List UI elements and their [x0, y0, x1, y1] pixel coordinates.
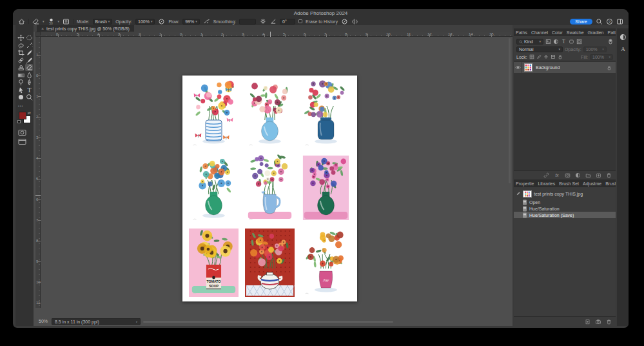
status-chevron-icon[interactable]: › [136, 320, 137, 324]
airbrush-icon[interactable] [203, 18, 210, 25]
symmetry-icon[interactable] [351, 18, 358, 25]
new-snapshot-camera-icon[interactable] [595, 319, 601, 325]
lock-artboard-icon[interactable] [551, 54, 556, 59]
collapsed-adjustments-panel-icon[interactable] [618, 32, 627, 41]
link-layers-icon[interactable] [543, 172, 549, 178]
crop-tool[interactable] [17, 49, 24, 56]
lock-image-pixels-icon[interactable] [536, 54, 542, 59]
panel-tab-libraries[interactable]: Libraries [536, 179, 557, 187]
layers-opacity-select[interactable]: 100%▾ [583, 46, 607, 52]
new-document-from-state-icon[interactable] [585, 319, 590, 325]
document-tab[interactable]: × test prints copy THIS.jpg @ 50% (RGB/8… [37, 25, 134, 32]
panel-tab-brushes[interactable]: Brushes [603, 179, 616, 187]
brush-size-preview[interactable]: 50 [48, 18, 55, 25]
elliptical-marquee-tool[interactable] [25, 34, 33, 41]
document-info-field[interactable]: 8.5 in x 11 in (300 ppi) › [52, 318, 141, 325]
workspace-switcher-icon[interactable] [616, 18, 623, 25]
dodge-tool[interactable] [17, 79, 24, 86]
panel-tab-brush-set[interactable]: Brush Set [557, 179, 581, 187]
pressure-opacity-icon[interactable] [158, 18, 165, 25]
toggle-brush-panel-icon[interactable] [63, 18, 70, 25]
shape-tool[interactable] [17, 94, 24, 101]
spot-healing-tool[interactable] [17, 57, 24, 64]
panel-tab-color[interactable]: Color [550, 28, 565, 36]
add-layer-mask-icon[interactable] [565, 172, 571, 178]
panel-tab-paths[interactable]: Paths [514, 28, 529, 36]
default-colors-mini-icon[interactable] [17, 120, 21, 123]
filter-adjustment-layers-icon[interactable] [553, 39, 559, 45]
zoom-tool[interactable] [25, 94, 33, 101]
flow-select[interactable]: 99%▾ [182, 19, 200, 25]
screen-mode-icon[interactable] [18, 136, 26, 148]
tab-close-icon[interactable]: × [41, 26, 44, 31]
edit-toolbar-dots[interactable]: ••• [18, 104, 23, 108]
filter-smart-objects-icon[interactable] [576, 39, 582, 45]
clone-stamp-tool[interactable] [17, 64, 24, 71]
layer-thumbnail[interactable] [524, 63, 532, 72]
home-icon[interactable] [18, 18, 25, 25]
zoom-level[interactable]: 50% [39, 319, 48, 323]
foreground-color-swatch[interactable] [19, 112, 26, 119]
status-bar: 50% 8.5 in x 11 in (300 ppi) › [34, 317, 512, 326]
layer-visibility-eye-icon[interactable] [514, 65, 522, 70]
filter-toggle-switch[interactable] [608, 39, 613, 45]
adjustment-layer-icon[interactable] [575, 172, 581, 178]
new-layer-icon[interactable] [596, 172, 601, 178]
brush-angle-field[interactable]: 0° [280, 19, 295, 25]
smoothing-gear-icon[interactable] [259, 18, 266, 25]
share-button[interactable]: Share [570, 19, 592, 25]
history-item-open[interactable]: Open [514, 199, 616, 205]
vertical-ruler[interactable]: 101234567891011 [35, 37, 41, 308]
panel-tab-adjustme[interactable]: Adjustme [581, 179, 603, 187]
filter-type-layers-icon[interactable]: T [561, 39, 567, 45]
history-snapshot-row[interactable]: test prints copy THIS.jpg [514, 189, 616, 198]
blend-mode-select[interactable]: Normal▾ [516, 46, 563, 52]
move-tool[interactable] [17, 34, 24, 41]
history-item-hue-saturation-save-[interactable]: Hue/Saturation (Save) [514, 212, 616, 218]
panel-tab-swatche[interactable]: Swatche [565, 28, 586, 36]
layer-effects-icon[interactable]: fx [554, 172, 560, 178]
eraser-tool[interactable] [25, 64, 33, 71]
search-icon[interactable] [596, 18, 603, 25]
lock-position-icon[interactable] [543, 54, 549, 59]
panel-tab-gradien[interactable]: Gradien [586, 28, 606, 36]
history-brush-source-icon[interactable] [516, 191, 521, 196]
kind-filter-select[interactable]: Kind▾ [516, 39, 543, 45]
vertical-scrollbar[interactable] [509, 38, 511, 183]
type-tool[interactable]: T [25, 86, 33, 94]
horizontal-ruler[interactable]: 6543210123456789101112131415 [41, 32, 512, 37]
pressure-size-icon[interactable] [341, 18, 348, 25]
panel-tab-channel[interactable]: Channel [529, 28, 550, 36]
horizontal-scrollbar[interactable] [143, 321, 393, 323]
delete-layer-icon[interactable] [606, 172, 612, 178]
eraser-tool-preset-icon[interactable] [32, 18, 39, 25]
pen-tool[interactable] [25, 79, 33, 86]
blur-tool[interactable] [25, 72, 33, 79]
erase-to-history-checkbox[interactable] [298, 19, 302, 23]
collapsed-character-panel-icon[interactable]: A [618, 44, 627, 53]
lock-transparent-pixels-icon[interactable] [529, 54, 534, 59]
lock-all-icon[interactable] [558, 54, 563, 59]
layer-row-background[interactable]: Background [514, 62, 616, 73]
object-selection-tool[interactable] [25, 42, 33, 49]
pasteboard[interactable]: TOMATOSOUPJoy [41, 37, 511, 317]
swap-colors-icon[interactable]: ⇄ [28, 110, 31, 115]
open-document-image[interactable]: TOMATOSOUPJoy [182, 76, 357, 301]
lasso-tool[interactable] [17, 42, 24, 49]
brush-tool[interactable] [25, 57, 33, 64]
path-selection-tool[interactable] [17, 86, 24, 94]
delete-state-icon[interactable] [606, 319, 612, 325]
history-item-hue-saturation[interactable]: Hue/Saturation [514, 205, 616, 212]
mode-select[interactable]: Brush▾ [93, 19, 113, 25]
gradient-tool[interactable] [17, 72, 24, 79]
filter-shape-layers-icon[interactable] [569, 39, 574, 45]
filter-pixel-layers-icon[interactable] [545, 39, 551, 45]
panel-tab-propertie[interactable]: Propertie [514, 179, 536, 187]
opacity-select[interactable]: 100%▾ [135, 19, 155, 25]
new-group-icon[interactable] [585, 172, 591, 178]
panel-tab-patterns[interactable]: Patterns [605, 28, 616, 36]
help-icon[interactable]: ? [606, 18, 613, 25]
eyedropper-tool[interactable] [25, 49, 33, 56]
fill-select[interactable]: 100%▾ [590, 54, 613, 60]
smoothing-field[interactable] [239, 19, 256, 25]
